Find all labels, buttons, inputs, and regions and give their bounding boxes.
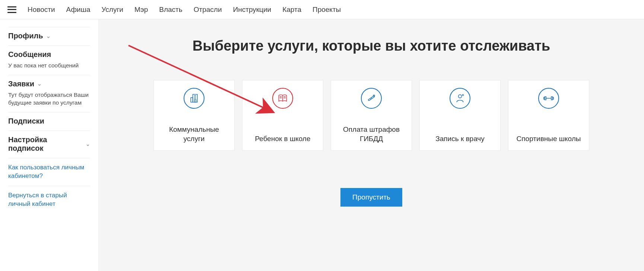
card-label: Ребенок в школе: [255, 134, 310, 144]
top-nav: Новости Афиша Услуги Мэр Власть Отрасли …: [0, 0, 644, 19]
sidebar-requests-desc: Тут будут отображаться Ваши будущие заяв…: [8, 91, 90, 107]
card-fines[interactable]: Оплата штрафов ГИБДД: [331, 80, 412, 151]
card-label: Запись к врачу: [435, 134, 484, 144]
page-heading: Выберите услуги, которые вы хотите отсле…: [117, 38, 625, 54]
svg-rect-21: [553, 97, 554, 99]
nav-item-projects[interactable]: Проекты: [313, 6, 341, 14]
nav-item-instructions[interactable]: Инструкции: [233, 6, 272, 14]
svg-rect-2: [191, 98, 193, 102]
card-utilities[interactable]: Коммунальные услуги: [153, 80, 235, 151]
sidebar-profile-title: Профиль: [8, 32, 43, 40]
sidebar: Профиль ⌄ Сообщения У вас пока нет сообщ…: [0, 19, 99, 271]
nav-item-news[interactable]: Новости: [28, 6, 55, 14]
book-icon: [272, 88, 293, 109]
nav-item-map[interactable]: Карта: [282, 6, 301, 14]
chevron-down-icon: ⌄: [37, 81, 42, 87]
card-label: Коммунальные услуги: [158, 125, 231, 144]
skip-button[interactable]: Пропустить: [340, 188, 402, 207]
nav-item-mayor[interactable]: Мэр: [134, 6, 148, 14]
card-child-school[interactable]: Ребенок в школе: [242, 80, 323, 151]
sidebar-subscriptions[interactable]: Подписки: [8, 112, 90, 131]
card-doctor[interactable]: Запись к врачу: [419, 80, 501, 151]
chevron-down-icon: ⌄: [86, 141, 90, 147]
nav-item-afisha[interactable]: Афиша: [66, 6, 91, 14]
sidebar-messages-desc: У вас пока нет сообщений: [8, 62, 90, 70]
chevron-down-icon: ⌄: [46, 33, 51, 39]
sidebar-requests-title: Заявки: [8, 80, 34, 88]
svg-rect-20: [544, 97, 545, 99]
sidebar-messages[interactable]: Сообщения У вас пока нет сообщений: [8, 46, 90, 75]
svg-point-14: [459, 95, 462, 98]
sidebar-link-old-cabinet[interactable]: Вернуться в старый личный кабинет: [8, 186, 90, 214]
doctor-icon: [450, 88, 470, 109]
baton-icon: [361, 88, 382, 109]
card-label: Спортивные школы: [517, 134, 581, 144]
sidebar-messages-title: Сообщения: [8, 50, 51, 59]
svg-rect-6: [194, 100, 196, 102]
sidebar-requests[interactable]: Заявки ⌄ Тут будут отображаться Ваши буд…: [8, 75, 90, 112]
nav-item-sectors[interactable]: Отрасли: [194, 6, 222, 14]
building-icon: [184, 88, 204, 109]
nav-item-services[interactable]: Услуги: [102, 6, 123, 14]
sidebar-subsettings-title: Настройка подписок: [8, 136, 83, 153]
sidebar-subscriptions-title: Подписки: [8, 117, 44, 125]
card-sports[interactable]: Спортивные школы: [508, 80, 589, 151]
sidebar-subsettings[interactable]: Настройка подписок ⌄: [8, 131, 90, 158]
sidebar-profile[interactable]: Профиль ⌄: [8, 27, 90, 46]
card-label: Оплата штрафов ГИБДД: [335, 125, 408, 144]
main-content: Выберите услуги, которые вы хотите отсле…: [99, 19, 644, 271]
dumbbell-icon: [538, 88, 559, 109]
service-cards: Коммунальные услуги Ребенок в школе: [117, 80, 625, 151]
sidebar-link-help[interactable]: Как пользоваться личным кабинетом?: [8, 158, 90, 186]
hamburger-icon[interactable]: [7, 6, 16, 13]
nav-item-authority[interactable]: Власть: [159, 6, 182, 14]
